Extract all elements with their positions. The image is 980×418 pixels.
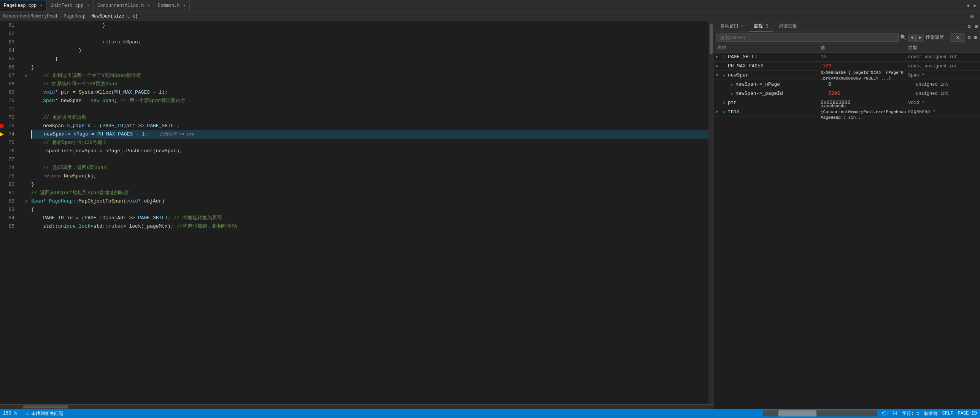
tab-close[interactable]: × [147, 3, 150, 8]
var-val-page-shift: 13 [821, 54, 908, 60]
fold-81 [23, 189, 30, 197]
bottom-thumb[interactable] [778, 410, 816, 416]
code-content[interactable]: } return kSpan; } [30, 21, 708, 404]
var-name-page-shift: PAGE_SHIFT [728, 54, 757, 60]
depth-input[interactable] [950, 34, 965, 42]
depth-grid-icon[interactable]: ⊞ [973, 34, 978, 41]
fold-73 [23, 122, 30, 130]
search-prev-btn[interactable]: ◀ [908, 34, 916, 41]
gutter-76: 76 [0, 147, 18, 155]
fold-62 [23, 30, 30, 38]
gutter-72: 72 [0, 113, 18, 122]
code-line-85: std::unique_lock<std::mutex> lock(_pageM… [31, 222, 708, 231]
breakpoint-73[interactable] [0, 124, 4, 128]
panel-settings-icon[interactable]: ⚙ [967, 22, 971, 30]
depth-settings-icon[interactable]: ⚙ [967, 34, 971, 41]
gutter-65: 65 [0, 55, 18, 63]
tab-pageheap-cpp[interactable]: PageHeap.cpp × [0, 0, 47, 11]
var-row-new-span-npage[interactable]: ◆ newSpan->_nPage 0 unsigned int [714, 80, 980, 89]
search-next-btn[interactable]: ▶ [916, 34, 924, 41]
var-value-page-shift: 13 [821, 54, 827, 60]
horizontal-scrollbar[interactable] [0, 404, 714, 409]
expand-btn[interactable]: ⊕ [970, 13, 977, 20]
auto-window-label: 自动窗口 [720, 23, 738, 29]
var-row-this[interactable]: ▶ ◆ this 0x00d686d8 {ConcurrentMemoryPoo… [714, 107, 980, 116]
var-icon-ptr: ◆ [721, 100, 727, 106]
breadcrumb-scope[interactable]: PageHeap [64, 14, 86, 19]
tab-close[interactable]: × [40, 3, 43, 8]
var-name-new-span: newSpan [728, 72, 749, 78]
breadcrumb-class[interactable]: ConcurrentMemoryPool [3, 14, 58, 19]
zoom-level[interactable]: 150 % [3, 411, 17, 416]
fold-gutter: ⊖ ⊖ [23, 21, 30, 404]
tab-auto-window[interactable]: 自动窗口 × [716, 21, 748, 32]
expand-this[interactable]: ▶ [714, 109, 720, 115]
var-val-pageid: 5296 [828, 91, 916, 96]
code-line-67: // 走到这里说明一个大于k页的Span都没有 [31, 72, 708, 80]
gutter-67: 67 [0, 72, 18, 80]
var-type-npage: unsigned int [916, 82, 980, 87]
gutter-83: 83 [0, 206, 18, 214]
tab-concurrentalloc-h[interactable]: ConcurrentAlloc.h × [94, 0, 154, 11]
tab-close[interactable]: × [183, 3, 186, 8]
gutter-78: 78 [0, 164, 18, 172]
scrollbar-thumb[interactable] [710, 24, 713, 54]
code-line-69: void* ptr = SystemAlloc(PH_MAX_PAGES - 1… [31, 88, 708, 97]
header-type: 类型 [908, 45, 980, 51]
fold-66 [23, 63, 30, 72]
tab-scroll-right[interactable]: ▶ [972, 2, 978, 9]
tab-scroll-left[interactable]: ◀ [965, 2, 971, 9]
var-icon-this: ◆ [721, 109, 727, 115]
auto-window-close[interactable]: × [741, 24, 743, 28]
fold-61 [23, 21, 30, 30]
var-row-page-shift[interactable]: ▶ □ PAGE_SHIFT 13 const unsigned int [714, 53, 980, 62]
var-type-page-shift: const unsigned int [908, 54, 980, 60]
depth-label: 搜索深度： [926, 34, 948, 41]
var-value-npage: 0 [828, 81, 831, 87]
fold-64 [23, 46, 30, 55]
var-value-new-span: 0x006da8b0 {_pageId=5296 _nPage=0 _prev=… [821, 70, 904, 81]
panel-grid-icon[interactable]: ⊞ [974, 22, 978, 30]
tab-close[interactable]: × [87, 3, 89, 8]
code-editor: 61 62 63 64 65 66 67 68 69 70 71 72 73 [0, 21, 714, 409]
fold-85 [23, 222, 30, 231]
var-row-new-span[interactable]: ▼ ◆ newSpan 0x006da8b0 {_pageId=5296 _nP… [714, 71, 980, 80]
tab-label: ConcurrentAlloc.h [97, 3, 144, 8]
search-magnifier-icon[interactable]: 🔍 [900, 34, 907, 41]
gutter-82: 82 [0, 197, 18, 206]
fold-82[interactable]: ⊖ [23, 197, 30, 206]
tab-info: 制表符 [924, 410, 938, 417]
search-input[interactable] [716, 34, 899, 42]
fold-70 [23, 97, 30, 105]
fold-67[interactable]: ⊖ [23, 72, 30, 80]
tab-unittest-cpp[interactable]: UnitTest.cpp × [47, 0, 94, 11]
expand-ph-max-pages[interactable]: ▶ [714, 63, 720, 69]
breadcrumb-func[interactable]: NewSpan(size_t k) [91, 14, 138, 19]
code-line-80: } [31, 180, 708, 189]
tab-locals[interactable]: 局部变量 [774, 21, 802, 32]
fold-80 [23, 180, 30, 189]
vertical-scrollbar[interactable] [708, 21, 714, 404]
gutter-74: 74 [0, 130, 18, 139]
code-line-84: PAGE_ID id = (PAGE_ID)objAdr >> PAGE_SHI… [31, 214, 708, 222]
line-numbers: 61 62 63 64 65 66 67 68 69 70 71 72 73 [0, 21, 23, 404]
code-scroll-area[interactable]: 61 62 63 64 65 66 67 68 69 70 71 72 73 [0, 21, 714, 404]
gutter-68: 68 [0, 80, 18, 88]
var-icon-new-span: ◆ [721, 72, 727, 78]
var-row-new-span-pageid[interactable]: ◆ newSpan->_pageId 5296 unsigned int [714, 89, 980, 98]
expand-page-shift[interactable]: ▶ [714, 54, 720, 60]
var-val-npage: 0 [828, 81, 916, 87]
tab-watch-1[interactable]: 监视 1 [749, 21, 773, 32]
locals-label: 局部变量 [779, 23, 797, 29]
var-icon-ph-max-pages: □ [721, 63, 727, 69]
breadcrumb-sep2: → [87, 14, 90, 19]
gutter-64: 64 [0, 46, 18, 55]
tab-common-h[interactable]: Common.h × [154, 0, 190, 11]
breadcrumb-sep1: → [59, 14, 62, 19]
bottom-scrollbar[interactable] [763, 410, 877, 416]
code-line-66: } [31, 63, 708, 72]
expand-new-span[interactable]: ▼ [714, 72, 720, 78]
code-line-83: { [31, 206, 708, 214]
status-bar: 150 % ⚠ 未找到相关问题 行: 74 字符: 1 制表符 CRLF PAG… [0, 409, 980, 418]
horiz-thumb[interactable] [23, 405, 68, 408]
